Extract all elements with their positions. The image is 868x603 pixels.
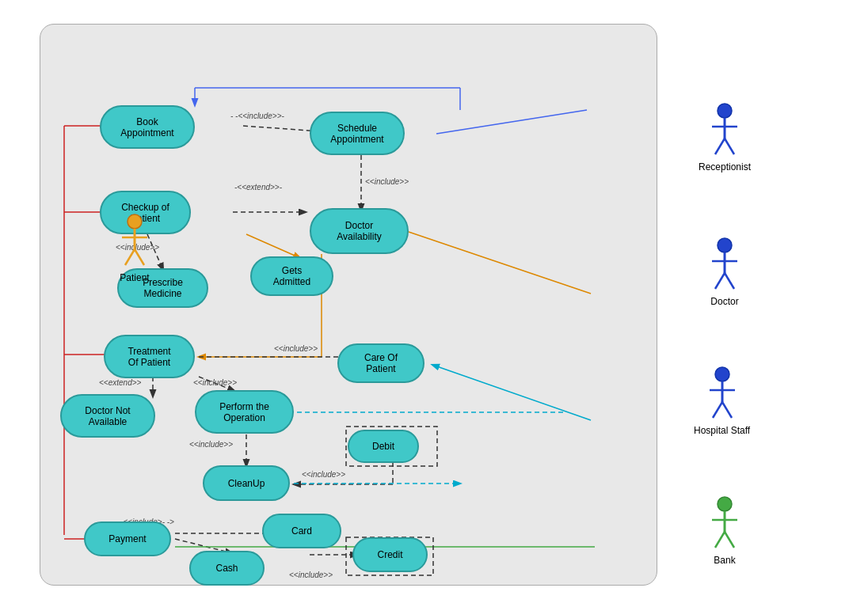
patient-label: Patient (120, 272, 149, 283)
svg-line-46 (725, 273, 734, 289)
actor-hospital-staff: Hospital Staff (694, 366, 750, 436)
svg-line-11 (409, 232, 591, 294)
node-cleanup-label: CleanUp (228, 478, 265, 489)
svg-line-56 (725, 532, 734, 548)
svg-line-45 (715, 273, 725, 289)
bank-label: Bank (714, 555, 735, 566)
patient-figure (117, 214, 152, 271)
actor-patient: Patient (117, 214, 152, 283)
node-doctor-availability: DoctorAvailability (310, 208, 409, 254)
node-perform-operation: Perform theOperation (195, 390, 294, 434)
node-card-label: Card (291, 525, 312, 537)
receptionist-label: Receptionist (699, 161, 751, 173)
diagram-container: Schedule Appointment (dashed) --> Doctor… (40, 24, 657, 586)
svg-line-17 (432, 365, 591, 420)
svg-line-50 (713, 402, 722, 418)
svg-point-47 (715, 367, 729, 381)
node-credit: Credit (352, 537, 428, 572)
svg-line-6 (436, 110, 587, 134)
node-cash: Cash (189, 551, 265, 586)
stereo-schedule-docavail: <<include>> (365, 177, 409, 186)
node-doctor-not-available: Doctor NotAvailable (60, 394, 155, 438)
node-book-appointment: Book Appointment (100, 105, 195, 149)
node-cleanup: CleanUp (203, 465, 290, 501)
node-doctor-not-available-label: Doctor NotAvailable (85, 405, 130, 427)
bank-figure (707, 496, 742, 553)
stereo-extend-treatment: <<extend>> (99, 378, 141, 387)
doctor-figure (707, 237, 742, 294)
node-care-patient: Care OfPatient (337, 343, 424, 383)
svg-line-35 (125, 249, 135, 265)
stereo-include-perform: <<include>> (193, 378, 237, 387)
svg-point-42 (718, 238, 732, 252)
node-debit: Debit (348, 430, 419, 463)
stereo-include-credit: <<include>> (289, 571, 333, 579)
node-doctor-availability-label: DoctorAvailability (337, 220, 381, 242)
svg-line-55 (715, 532, 725, 548)
svg-point-52 (718, 497, 732, 511)
doctor-label: Doctor (710, 296, 738, 307)
svg-line-13 (246, 234, 300, 258)
svg-line-40 (715, 138, 725, 154)
node-treatment-patient: TreatmentOf Patient (104, 335, 195, 378)
node-treatment-patient-label: TreatmentOf Patient (128, 346, 170, 368)
node-payment-label: Payment (108, 533, 146, 544)
node-perform-operation-label: Perform theOperation (219, 401, 269, 423)
node-debit-label: Debit (372, 441, 394, 452)
svg-line-51 (722, 402, 732, 418)
actor-doctor: Doctor (707, 237, 742, 307)
stereo-include-cleanup: <<include>> (189, 440, 233, 449)
actor-bank: Bank (707, 496, 742, 566)
actor-receptionist: Receptionist (699, 103, 751, 173)
stereo-include-care: <<include>> (274, 344, 318, 353)
stereo-book-schedule: - -<<include>>- (230, 112, 284, 120)
node-card: Card (262, 514, 341, 548)
hospital-staff-label: Hospital Staff (694, 425, 750, 436)
node-schedule-appointment-label: ScheduleAppointment (330, 123, 383, 145)
svg-point-32 (128, 214, 142, 229)
svg-line-41 (725, 138, 734, 154)
node-book-appointment-label: Book Appointment (109, 116, 185, 138)
svg-line-36 (135, 249, 144, 265)
stereo-include-debit: <<include>> (302, 470, 345, 479)
receptionist-figure (707, 103, 742, 160)
hospital-staff-figure (705, 366, 740, 423)
node-cash-label: Cash (215, 563, 238, 574)
node-care-patient-label: Care OfPatient (364, 352, 398, 374)
stereo-extend-checkup: -<<extend>>- (234, 183, 282, 192)
node-payment: Payment (84, 521, 171, 556)
node-credit-label: Credit (377, 549, 402, 560)
node-gets-admitted-label: GetsAdmitted (273, 265, 310, 287)
node-schedule-appointment: ScheduleAppointment (310, 112, 405, 155)
svg-point-37 (718, 104, 732, 118)
node-gets-admitted: GetsAdmitted (250, 256, 333, 296)
